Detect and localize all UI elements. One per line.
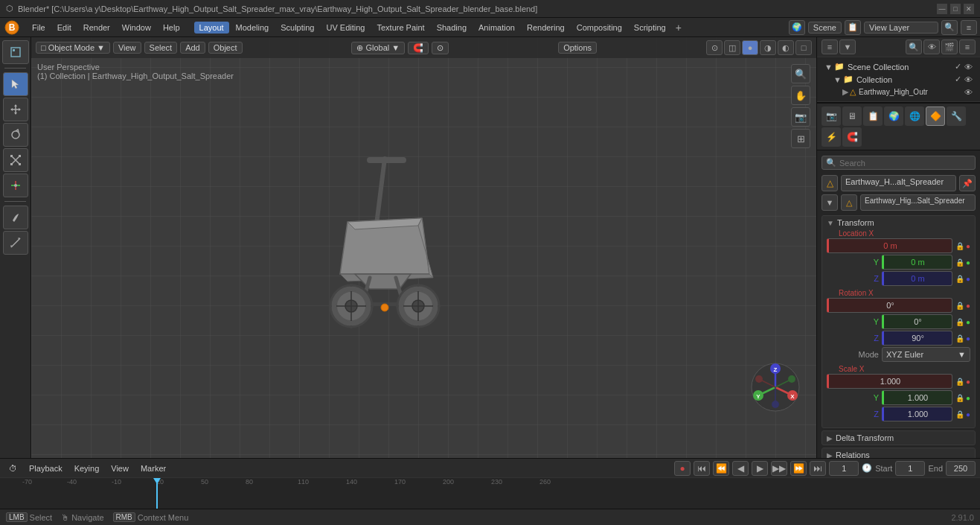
scale-y-lock[interactable]: 🔒 — [955, 394, 964, 402]
3d-gizmo[interactable]: Z X Y — [749, 361, 801, 413]
rotation-x-value[interactable]: 0° — [827, 298, 952, 313]
location-z-value[interactable]: 0 m — [882, 271, 952, 286]
delta-transform-header[interactable]: ▶ Delta Transform — [822, 431, 975, 445]
collection-checkbox[interactable]: ✓ — [955, 74, 961, 84]
rotation-y-value[interactable]: 0° — [882, 314, 952, 329]
render-props-tab[interactable]: 📷 — [822, 106, 841, 126]
record-btn[interactable]: ● — [674, 461, 691, 476]
workspace-scripting[interactable]: Scripting — [629, 22, 671, 34]
modifier-props-tab[interactable]: 🔧 — [947, 106, 966, 126]
xray-btn[interactable]: ◫ — [724, 40, 740, 55]
transform-tool[interactable] — [3, 174, 28, 197]
filter-icon-btn[interactable]: ≡ — [961, 20, 977, 35]
view-layer-selector[interactable]: View Layer — [864, 22, 938, 34]
menu-help[interactable]: Help — [158, 22, 185, 34]
scene-props-tab[interactable]: 🌍 — [884, 106, 903, 126]
play-btn[interactable]: ▶ — [752, 461, 768, 476]
next-frame-btn[interactable]: ▶▶ — [771, 461, 787, 476]
minimize-btn[interactable]: — — [937, 4, 947, 14]
scale-z-lock[interactable]: 🔒 — [955, 410, 964, 419]
rotation-x-dot[interactable]: ● — [966, 302, 970, 310]
start-frame-input[interactable] — [895, 461, 925, 476]
workspace-animation[interactable]: Animation — [473, 22, 520, 34]
view-layer-icon-btn[interactable]: 📋 — [845, 20, 861, 35]
timeline-scrubber[interactable]: -70 -40 -10 20 50 80 110 140 170 200 230… — [0, 478, 980, 509]
rotation-z-dot[interactable]: ● — [966, 334, 970, 343]
add-menu[interactable]: Add — [180, 42, 205, 54]
prev-frame-btn[interactable]: ◀ — [732, 461, 749, 476]
close-btn[interactable]: ✕ — [964, 4, 974, 14]
view-layer-props-tab[interactable]: 📋 — [863, 106, 883, 126]
menu-file[interactable]: File — [27, 22, 51, 34]
output-props-tab[interactable]: 🖥 — [842, 106, 862, 126]
measure-tool[interactable] — [3, 231, 28, 255]
location-x-lock[interactable]: 🔒 — [955, 242, 964, 250]
outliner-eye-icon[interactable]: 👁 — [923, 39, 940, 54]
material-shading[interactable]: ◑ — [760, 40, 776, 55]
workspace-layout[interactable]: Layout — [194, 22, 229, 34]
outliner-filter2-icon[interactable]: ≡ — [959, 39, 976, 54]
menu-edit[interactable]: Edit — [52, 22, 77, 34]
euler-mode-dropdown[interactable]: XYZ Euler ▼ — [882, 347, 970, 362]
marker-menu[interactable]: Marker — [136, 463, 170, 474]
scale-y-value[interactable]: 1.000 — [882, 390, 952, 405]
workspace-compositing[interactable]: Compositing — [571, 22, 627, 34]
mode-dropdown[interactable]: □ Object Mode ▼ — [36, 42, 110, 54]
rotation-z-value[interactable]: 90° — [882, 331, 952, 346]
keying-menu[interactable]: Keying — [70, 463, 104, 474]
scale-y-dot[interactable]: ● — [966, 394, 970, 402]
object-name-field[interactable]: Earthway_H...alt_Spreader — [841, 175, 956, 191]
object-menu[interactable]: Object — [208, 42, 243, 54]
relations-header[interactable]: ▶ Relations — [822, 448, 975, 458]
object-props-tab[interactable]: 🔶 — [926, 106, 945, 126]
current-frame-input[interactable] — [829, 461, 859, 476]
annotate-tool[interactable] — [3, 206, 28, 229]
mode-selector-btn[interactable] — [2, 40, 29, 64]
proportional-edit[interactable]: ⊙ — [432, 42, 449, 54]
particle-props-tab[interactable]: ⚡ — [822, 127, 841, 147]
workspace-uv-editing[interactable]: UV Editing — [321, 22, 370, 34]
transform-orientation[interactable]: ⊕ Global ▼ — [351, 42, 405, 54]
scale-z-value[interactable]: 1.000 — [882, 407, 952, 421]
outliner-camera-icon[interactable]: 🎬 — [941, 39, 958, 54]
menu-window[interactable]: Window — [117, 22, 156, 34]
next-keyframe-btn[interactable]: ⏩ — [790, 461, 807, 476]
collection-row[interactable]: ▼ 📁 Collection ✓ 👁 — [822, 73, 976, 86]
scene-selector[interactable]: Scene — [808, 22, 842, 34]
playback-menu[interactable]: Playback — [25, 463, 67, 474]
rotation-x-lock[interactable]: 🔒 — [955, 302, 964, 310]
prev-keyframe-btn[interactable]: ⏪ — [713, 461, 729, 476]
scale-z-dot[interactable]: ● — [966, 410, 970, 419]
transform-header[interactable]: ▼ Transform — [822, 216, 975, 229]
add-workspace-btn[interactable]: + — [673, 22, 685, 34]
object-visibility[interactable]: 👁 — [964, 88, 973, 97]
scene-icon-btn[interactable]: 🌍 — [789, 20, 805, 35]
hand-btn[interactable]: ✋ — [791, 86, 810, 105]
workspace-sculpting[interactable]: Sculpting — [275, 22, 319, 34]
physics-props-tab[interactable]: 🧲 — [842, 127, 862, 147]
location-z-lock[interactable]: 🔒 — [955, 275, 964, 283]
menu-render[interactable]: Render — [78, 22, 115, 34]
timeline-playhead[interactable] — [156, 478, 158, 509]
options-btn[interactable]: Options — [558, 42, 597, 54]
props-search-input[interactable] — [839, 159, 971, 168]
location-x-dot[interactable]: ● — [966, 242, 970, 250]
rotation-y-dot[interactable]: ● — [966, 318, 970, 326]
jump-start-btn[interactable]: ⏮ — [694, 461, 710, 476]
select-menu[interactable]: Select — [144, 42, 178, 54]
location-z-dot[interactable]: ● — [966, 275, 970, 283]
rotation-z-lock[interactable]: 🔒 — [955, 334, 964, 343]
end-frame-input[interactable] — [946, 461, 976, 476]
scale-x-dot[interactable]: ● — [966, 378, 970, 386]
view-menu[interactable]: View — [113, 42, 141, 54]
object-row[interactable]: ▶ △ Earthway_High_Outr 👁 — [822, 86, 976, 98]
scene-collection-visibility[interactable]: 👁 — [964, 63, 973, 71]
view-menu-tl[interactable]: View — [106, 463, 133, 474]
location-y-value[interactable]: 0 m — [882, 255, 952, 270]
rotation-y-lock[interactable]: 🔒 — [955, 318, 964, 326]
select-cursor-tool[interactable] — [3, 72, 28, 96]
workspace-rendering[interactable]: Rendering — [522, 22, 570, 34]
data-block-name[interactable]: Earthway_Hig...Salt_Spreader — [860, 194, 976, 211]
outliner-filter-icon[interactable]: ▼ — [839, 39, 856, 54]
workspace-texture-paint[interactable]: Texture Paint — [371, 22, 429, 34]
